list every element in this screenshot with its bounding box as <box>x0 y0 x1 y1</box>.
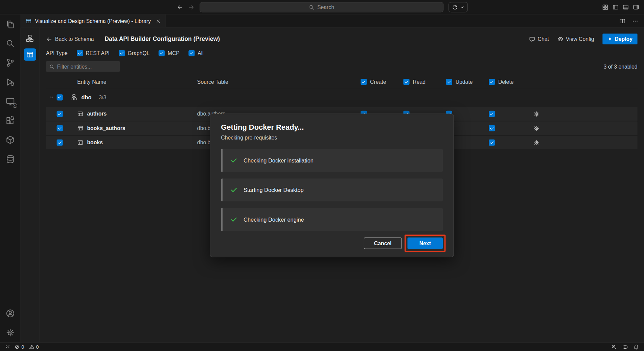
activity-bar: × <box>0 15 21 342</box>
editor-group: Visualize and Design Schema (Preview) - … <box>21 15 644 342</box>
rest-api-label: REST API <box>86 50 110 56</box>
group-count: 3/3 <box>99 94 106 100</box>
api-type-row: API Type REST API GraphQL MCP <box>46 50 638 56</box>
all-checkbox[interactable] <box>189 50 195 56</box>
deploy-label: Deploy <box>615 36 632 42</box>
tab-visualize-design-schema[interactable]: Visualize and Design Schema (Preview) - … <box>21 15 166 28</box>
rest-api-checkbox[interactable] <box>76 50 83 56</box>
run-debug-icon[interactable] <box>0 72 20 92</box>
next-button[interactable]: Next <box>408 237 443 249</box>
vscode-window: Search <box>0 0 644 351</box>
chat-button[interactable]: Chat <box>529 36 549 42</box>
editor-actions <box>619 15 644 28</box>
session-picker-button[interactable] <box>448 2 468 12</box>
group-cell: dbo 3/3 <box>69 94 197 100</box>
customize-layout-icon[interactable] <box>602 4 608 10</box>
read-all-checkbox[interactable] <box>403 79 409 85</box>
page-title: Data API Builder Configuration (Preview) <box>105 36 220 42</box>
settings-gear-icon[interactable] <box>0 323 20 342</box>
title-bar: Search <box>0 0 644 15</box>
view-config-button[interactable]: View Config <box>557 36 594 42</box>
toggle-panel-icon[interactable] <box>623 4 629 10</box>
webview-toolbar <box>21 28 40 342</box>
row-settings-icon[interactable] <box>531 110 637 117</box>
explorer-icon[interactable] <box>0 15 20 34</box>
containers-icon[interactable] <box>0 130 20 149</box>
dialog-title: Getting Docker Ready... <box>221 123 443 132</box>
step-docker-desktop: Starting Docker Desktop <box>221 178 443 201</box>
dialog-subtitle: Checking pre-requisites <box>221 134 443 141</box>
row-checkbox[interactable] <box>57 125 63 131</box>
table-header: Entity Name Source Table Create Read <box>46 76 638 88</box>
update-all-checkbox[interactable] <box>446 79 452 85</box>
delete-checkbox[interactable] <box>489 111 495 117</box>
step-label: Starting Docker Desktop <box>244 187 304 193</box>
eye-icon <box>557 36 563 42</box>
delete-checkbox[interactable] <box>489 125 495 131</box>
tab-close-icon[interactable] <box>156 18 161 24</box>
back-to-schema-link[interactable]: Back to Schema <box>46 36 94 42</box>
toggle-primary-sidebar-icon[interactable] <box>613 4 619 10</box>
entity-name: books_authors <box>87 125 125 131</box>
source-control-icon[interactable] <box>0 53 20 72</box>
col-create: Create <box>361 79 403 85</box>
filter-entities-input[interactable] <box>57 64 117 70</box>
schema-designer-tab-icon <box>25 18 31 24</box>
delete-checkbox[interactable] <box>489 140 495 146</box>
entity-name: books <box>87 140 103 146</box>
docker-ready-dialog: Getting Docker Ready... Checking pre-req… <box>210 114 454 257</box>
remote-indicator[interactable] <box>5 344 10 350</box>
delete-all-checkbox[interactable] <box>489 79 495 85</box>
notifications-bell-icon[interactable] <box>633 344 639 350</box>
step-label: Checking Docker engine <box>244 217 304 223</box>
copilot-icon[interactable] <box>622 344 628 350</box>
toggle-secondary-sidebar-icon[interactable] <box>633 4 639 10</box>
warnings-icon <box>29 344 34 350</box>
table-icon <box>77 140 83 146</box>
schema-designer-icon[interactable] <box>24 32 36 44</box>
group-name: dbo <box>81 94 91 100</box>
mcp-checkbox[interactable] <box>159 50 165 56</box>
row-checkbox[interactable] <box>57 111 63 117</box>
prerequisite-steps: Checking Docker installation Starting Do… <box>221 149 443 231</box>
database-icon[interactable] <box>0 149 20 169</box>
expand-chevron-icon[interactable] <box>46 95 57 100</box>
search-placeholder: Search <box>317 4 334 10</box>
remote-window-icon[interactable]: × <box>0 92 20 111</box>
play-icon <box>607 36 613 42</box>
enabled-summary: 3 of 3 enabled <box>604 64 638 70</box>
dab-config-icon[interactable] <box>24 48 36 60</box>
col-source-table: Source Table <box>197 79 361 85</box>
problems-indicator[interactable]: 0 0 <box>15 344 39 350</box>
create-all-checkbox[interactable] <box>361 79 367 85</box>
command-center-search[interactable]: Search <box>200 2 443 12</box>
cancel-button[interactable]: Cancel <box>364 237 402 249</box>
graphql-checkbox[interactable] <box>119 50 125 56</box>
search-view-icon[interactable] <box>0 34 20 53</box>
row-settings-icon[interactable] <box>531 125 637 131</box>
group-checkbox[interactable] <box>57 94 63 100</box>
mcp-label: MCP <box>168 50 180 56</box>
schema-org-icon <box>71 94 77 100</box>
green-check-icon <box>231 187 237 193</box>
zoom-icon[interactable] <box>611 344 617 350</box>
entity-name: authors <box>87 111 107 117</box>
split-editor-icon[interactable] <box>619 18 625 24</box>
deploy-button[interactable]: Deploy <box>602 34 638 45</box>
api-option-rest: REST API <box>76 50 110 56</box>
nav-back-icon[interactable] <box>177 4 183 10</box>
warnings-count: 0 <box>36 344 39 350</box>
account-icon[interactable] <box>0 304 20 323</box>
dialog-footer: Cancel Next <box>221 237 443 249</box>
api-option-graphql: GraphQL <box>119 50 150 56</box>
row-checkbox[interactable] <box>57 140 63 146</box>
main-area: × <box>0 15 644 342</box>
more-actions-icon[interactable] <box>632 18 638 24</box>
all-label: All <box>198 50 204 56</box>
row-settings-icon[interactable] <box>531 139 637 146</box>
status-bar: 0 0 <box>0 342 644 351</box>
extensions-icon[interactable] <box>0 111 20 130</box>
view-config-label: View Config <box>566 36 594 42</box>
layout-controls <box>602 0 639 15</box>
nav-forward-icon[interactable] <box>188 4 194 10</box>
